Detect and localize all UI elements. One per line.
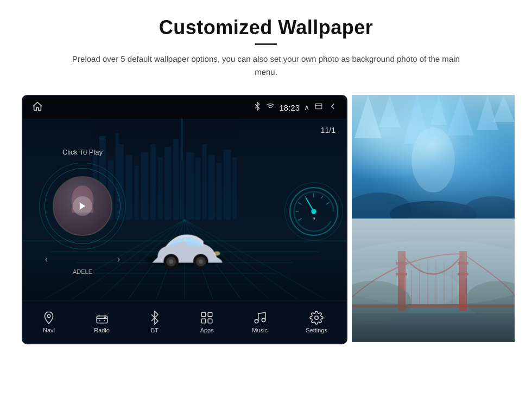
svg-line-59	[326, 202, 330, 204]
svg-point-50	[214, 251, 220, 255]
radio-icon	[95, 311, 109, 325]
svg-point-61	[311, 209, 316, 214]
svg-rect-95	[458, 262, 468, 265]
settings-icon	[309, 311, 324, 325]
content-area: 18:23 ∧	[22, 95, 510, 344]
nav-label-settings: Settings	[306, 327, 327, 333]
nav-item-bt[interactable]: BT	[148, 311, 162, 333]
svg-marker-78	[430, 95, 447, 125]
nav-bar: Navi Radio BT	[23, 300, 346, 343]
status-right: 18:23 ∧	[253, 101, 338, 113]
svg-rect-67	[208, 312, 212, 317]
nav-label-apps: Apps	[200, 327, 214, 333]
clock-display: 18:23	[279, 103, 300, 112]
svg-rect-13	[158, 158, 162, 220]
svg-rect-64	[97, 316, 107, 323]
svg-marker-77	[403, 95, 430, 144]
svg-line-55	[298, 202, 302, 204]
screen-content: Click To Play	[23, 118, 346, 300]
svg-rect-92	[459, 251, 467, 311]
page-container: Customized Wallpaper Preload over 5 defa…	[0, 0, 532, 411]
svg-rect-18	[186, 152, 194, 220]
svg-point-84	[463, 196, 515, 219]
nav-item-music[interactable]: Music	[252, 311, 268, 333]
play-button[interactable]	[73, 196, 92, 216]
svg-point-105	[466, 281, 515, 319]
window-icon	[314, 102, 324, 112]
title-divider	[255, 43, 277, 45]
svg-rect-86	[352, 219, 515, 342]
wallpaper-thumb-bridge[interactable]	[352, 219, 515, 342]
nav-label-navi: Navi	[43, 327, 55, 333]
wallpaper-thumbnails	[352, 95, 515, 342]
svg-rect-22	[217, 163, 222, 220]
svg-rect-15	[173, 139, 179, 220]
artist-label: ADELE	[73, 268, 92, 275]
nav-item-settings[interactable]: Settings	[306, 311, 327, 333]
svg-point-85	[411, 127, 455, 192]
right-panel: 9	[287, 123, 341, 300]
svg-rect-97	[352, 304, 515, 307]
svg-line-53	[298, 219, 302, 221]
svg-rect-66	[201, 312, 206, 317]
bluetooth-icon	[148, 311, 162, 325]
nav-item-radio[interactable]: Radio	[94, 311, 110, 333]
home-icon[interactable]	[31, 100, 43, 114]
nav-label-bt: BT	[151, 327, 159, 333]
apps-grid-icon	[200, 311, 214, 325]
svg-point-70	[255, 319, 258, 323]
status-left	[31, 100, 43, 114]
click-to-play-label: Click To Play	[62, 148, 103, 156]
location-pin-icon	[42, 311, 56, 325]
title-section: Customized Wallpaper Preload over 5 defa…	[71, 16, 461, 79]
svg-marker-51	[80, 202, 86, 210]
svg-rect-74	[352, 95, 515, 219]
nav-item-navi[interactable]: Navi	[42, 311, 56, 333]
svg-point-63	[47, 314, 50, 317]
svg-line-56	[305, 196, 306, 198]
svg-point-49	[199, 259, 203, 264]
page-title: Customized Wallpaper	[71, 16, 461, 39]
svg-rect-23	[224, 150, 231, 220]
status-bar: 18:23 ∧	[23, 96, 346, 119]
svg-point-71	[262, 318, 265, 322]
svg-rect-12	[150, 144, 156, 220]
nav-label-radio: Radio	[94, 327, 110, 333]
back-icon[interactable]	[328, 101, 338, 113]
svg-point-72	[315, 316, 319, 319]
svg-point-88	[352, 267, 460, 311]
bluetooth-status-icon	[253, 102, 262, 113]
svg-point-87	[352, 240, 515, 305]
svg-line-60	[306, 198, 314, 211]
speed-gauge: 9	[289, 187, 338, 236]
svg-rect-11	[141, 152, 149, 220]
svg-text:9: 9	[313, 216, 315, 221]
svg-marker-81	[493, 95, 515, 122]
svg-marker-75	[354, 95, 382, 138]
gauge-svg: 9	[290, 187, 337, 236]
svg-marker-79	[447, 95, 474, 136]
wallpaper-thumb-ice[interactable]	[352, 95, 515, 219]
svg-point-65	[104, 317, 105, 318]
svg-marker-76	[379, 95, 401, 127]
svg-point-52	[294, 192, 334, 232]
svg-point-104	[352, 281, 411, 324]
prev-button[interactable]: ‹	[45, 253, 48, 265]
svg-rect-91	[398, 251, 406, 311]
svg-rect-21	[208, 155, 215, 220]
svg-rect-93	[396, 262, 407, 265]
svg-point-46	[169, 259, 173, 264]
svg-rect-17	[180, 160, 184, 220]
next-button[interactable]: ›	[117, 253, 121, 265]
svg-rect-73	[352, 95, 515, 219]
svg-rect-89	[352, 305, 515, 342]
nav-label-music: Music	[252, 327, 268, 333]
svg-rect-0	[315, 104, 322, 108]
page-subtitle: Preload over 5 default wallpaper options…	[71, 53, 461, 79]
ice-cave-svg	[352, 95, 515, 219]
svg-rect-69	[208, 319, 212, 323]
nav-item-apps[interactable]: Apps	[200, 311, 214, 333]
svg-rect-68	[201, 319, 206, 323]
car-screen: 18:23 ∧	[22, 95, 347, 344]
svg-rect-90	[352, 305, 515, 313]
